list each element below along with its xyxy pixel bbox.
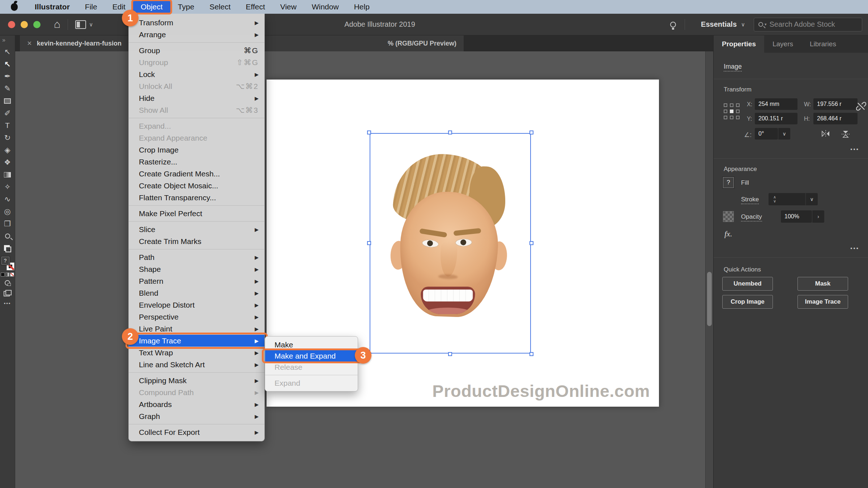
menu-item-perspective[interactable]: Perspective▶: [129, 311, 264, 323]
flip-horizontal-icon[interactable]: [821, 129, 831, 138]
workspace-layout-icon[interactable]: [75, 20, 86, 29]
menu-item-flatten-transparency[interactable]: Flatten Transparency...: [129, 192, 264, 204]
draw-mode-button[interactable]: [5, 280, 10, 286]
curvature-tool[interactable]: ✎: [0, 82, 15, 95]
y-field[interactable]: 200.151 r: [755, 113, 797, 124]
menu-item-slice[interactable]: Slice▶: [129, 223, 264, 235]
menu-item-transform[interactable]: Transform▶: [129, 17, 264, 29]
reference-point-grid[interactable]: [724, 103, 740, 120]
menu-item-shape[interactable]: Shape▶: [129, 263, 264, 275]
unembed-button[interactable]: Unembed: [722, 277, 773, 291]
opacity-swatch[interactable]: [723, 211, 734, 222]
lightbulb-icon[interactable]: [670, 22, 676, 27]
flip-vertical-icon[interactable]: [841, 129, 850, 139]
eyedropper-tool[interactable]: ✧: [0, 181, 15, 193]
crop-image-button[interactable]: Crop Image: [722, 295, 773, 309]
x-field[interactable]: 254 mm: [755, 98, 797, 110]
swap-fill-stroke[interactable]: [0, 242, 15, 254]
menu-object[interactable]: Object: [133, 1, 170, 13]
screen-mode-button[interactable]: [4, 290, 12, 296]
apple-logo-icon[interactable]: [11, 3, 18, 11]
close-window-button[interactable]: [8, 21, 15, 28]
menu-item-blend[interactable]: Blend▶: [129, 287, 264, 299]
selection-tool[interactable]: ↖: [0, 46, 15, 58]
menu-item-clipping-mask[interactable]: Clipping Mask▶: [129, 374, 264, 386]
menu-item-crop-image[interactable]: Crop Image: [129, 144, 264, 156]
menu-view[interactable]: View: [273, 1, 304, 13]
scrollbar-thumb[interactable]: [707, 272, 712, 326]
opacity-options-button[interactable]: ›: [812, 210, 824, 223]
rectangle-tool[interactable]: [0, 95, 15, 107]
shaper-tool[interactable]: ◎: [0, 205, 15, 218]
fill-label[interactable]: Fill: [741, 179, 749, 187]
effects-fx-button[interactable]: fx.: [724, 229, 732, 239]
eraser-tool[interactable]: ◈: [0, 144, 15, 156]
menu-item-line-and-sketch-art[interactable]: Line and Sketch Art▶: [129, 359, 264, 371]
menu-window[interactable]: Window: [304, 1, 346, 13]
menu-item-create-gradient-mesh[interactable]: Create Gradient Mesh...: [129, 168, 264, 180]
menu-file[interactable]: File: [77, 1, 105, 13]
image-trace-button[interactable]: Image Trace: [797, 295, 848, 309]
menu-item-envelope-distort[interactable]: Envelope Distort▶: [129, 299, 264, 311]
selection-handle-ne[interactable]: [529, 130, 533, 134]
stroke-weight-field[interactable]: [781, 193, 805, 205]
menu-effect[interactable]: Effect: [238, 1, 273, 13]
tab-layers[interactable]: Layers: [764, 35, 801, 53]
h-field[interactable]: 268.464 r: [813, 113, 858, 124]
menu-item-arrange[interactable]: Arrange▶: [129, 29, 264, 40]
workspace-chevron-icon[interactable]: ∨: [89, 21, 93, 28]
collapse-panel-icon[interactable]: »: [2, 37, 5, 43]
paintbrush-tool[interactable]: ✐: [0, 107, 15, 119]
selection-handle-n[interactable]: [448, 130, 452, 134]
menu-item-artboards[interactable]: Artboards▶: [129, 398, 264, 410]
menu-item-create-object-mosaic[interactable]: Create Object Mosaic...: [129, 180, 264, 192]
menu-item-hide[interactable]: Hide▶: [129, 92, 264, 104]
menu-item-group[interactable]: Group⌘G: [129, 44, 264, 56]
rotate-tool[interactable]: ↻: [0, 132, 15, 144]
selection-handle-nw[interactable]: [367, 130, 371, 134]
stroke-weight-dropdown[interactable]: ∨: [805, 193, 818, 205]
constrain-proportions-icon[interactable]: [856, 101, 866, 111]
canvas[interactable]: ProductDesignOnline.com: [15, 51, 705, 488]
menu-item-make-pixel-perfect[interactable]: Make Pixel Perfect: [129, 207, 264, 219]
direct-selection-tool[interactable]: ↖: [0, 58, 15, 70]
menu-item-create-trim-marks[interactable]: Create Trim Marks: [129, 235, 264, 247]
selection-handle-se[interactable]: [529, 352, 533, 356]
color-mode-row[interactable]: [1, 273, 14, 277]
menu-item-text-wrap[interactable]: Text Wrap▶: [129, 347, 264, 359]
transform-more-options[interactable]: •••: [850, 146, 859, 152]
menu-item-rasterize[interactable]: Rasterize...: [129, 156, 264, 168]
home-icon[interactable]: ⌂: [54, 18, 60, 30]
tab-libraries[interactable]: Libraries: [801, 35, 844, 53]
minimize-window-button[interactable]: [21, 21, 28, 28]
menu-item-live-paint[interactable]: Live Paint▶: [129, 323, 264, 335]
rotation-dropdown[interactable]: ∨: [778, 128, 790, 140]
close-tab-icon[interactable]: ×: [27, 39, 32, 48]
menu-item-lock[interactable]: Lock▶: [129, 68, 264, 80]
width-tool[interactable]: ∿: [0, 193, 15, 205]
pen-tool[interactable]: ✒: [0, 70, 15, 82]
adobe-stock-search[interactable]: ▾ Search Adobe Stock: [754, 18, 862, 31]
selection-handle-e[interactable]: [529, 241, 533, 245]
menu-type[interactable]: Type: [170, 1, 202, 13]
menu-select[interactable]: Select: [202, 1, 238, 13]
appearance-more-options[interactable]: •••: [850, 245, 859, 251]
w-field[interactable]: 197.556 r: [813, 98, 858, 110]
opacity-label[interactable]: Opacity: [741, 213, 762, 221]
selected-image[interactable]: [370, 133, 531, 354]
more-tools-icon[interactable]: •••: [4, 301, 11, 306]
fill-stroke-indicator[interactable]: ?: [1, 257, 14, 269]
tab-properties[interactable]: Properties: [714, 35, 764, 53]
menu-item-image-trace[interactable]: Image Trace▶: [129, 335, 264, 347]
submenu-item-make-and-expand[interactable]: Make and Expand: [265, 350, 358, 361]
menu-item-path[interactable]: Path▶: [129, 251, 264, 263]
fill-swatch[interactable]: ?: [723, 177, 734, 188]
menu-item-graph[interactable]: Graph▶: [129, 410, 264, 422]
submenu-item-make[interactable]: Make: [265, 339, 358, 350]
menu-item-collect-for-export[interactable]: Collect For Export▶: [129, 426, 264, 438]
mask-button[interactable]: Mask: [797, 277, 848, 291]
selection-handle-s[interactable]: [448, 352, 452, 356]
selection-handle-w[interactable]: [367, 241, 371, 245]
zoom-tool[interactable]: [0, 230, 15, 242]
chevron-down-icon[interactable]: ∨: [741, 21, 745, 28]
